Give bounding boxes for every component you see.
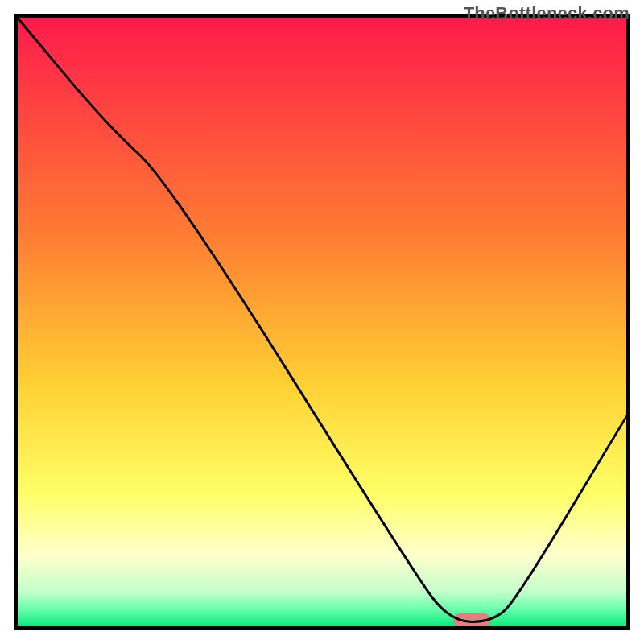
gradient-background (16, 16, 628, 628)
watermark-text: TheBottleneck.com (464, 3, 630, 24)
chart-svg (0, 0, 644, 644)
bottleneck-chart: TheBottleneck.com (0, 0, 644, 644)
